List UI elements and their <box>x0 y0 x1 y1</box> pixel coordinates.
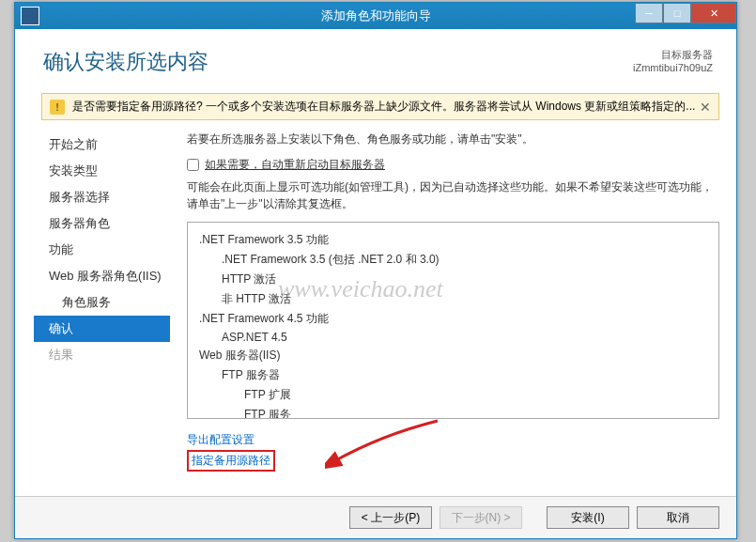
warning-text: 是否需要指定备用源路径? 一个或多个安装选项在目标服务器上缺少源文件。服务器将尝… <box>72 99 695 115</box>
maximize-button[interactable]: □ <box>663 3 691 23</box>
sidebar-item[interactable]: 开始之前 <box>41 132 170 158</box>
sidebar-item[interactable]: 服务器选择 <box>41 184 170 210</box>
warning-close-icon[interactable]: ✕ <box>700 100 711 115</box>
links: 导出配置设置 指定备用源路径 <box>187 432 719 472</box>
feature-item: .NET Framework 3.5 功能 <box>199 230 707 250</box>
restart-checkbox[interactable] <box>187 159 199 171</box>
feature-item: .NET Framework 4.5 功能 <box>199 309 707 329</box>
intro-text: 若要在所选服务器上安装以下角色、角色服务或功能，请单击"安装"。 <box>187 132 719 147</box>
body: 开始之前安装类型服务器选择服务器角色功能Web 服务器角色(IIS)角色服务确认… <box>15 132 736 472</box>
sidebar-item[interactable]: 功能 <box>41 237 170 263</box>
window-title: 添加角色和功能向导 <box>321 8 431 24</box>
window-controls: ─ □ ✕ <box>635 3 736 23</box>
restart-checkbox-row: 如果需要，自动重新启动目标服务器 <box>187 157 719 173</box>
sidebar-item[interactable]: Web 服务器角色(IIS) <box>41 263 170 289</box>
previous-button[interactable]: < 上一步(P) <box>349 506 432 529</box>
wizard-window: 添加角色和功能向导 ─ □ ✕ 确认安装所选内容 目标服务器 iZmmtibui… <box>14 2 737 539</box>
app-icon <box>21 7 39 25</box>
sidebar-item: 结果 <box>41 342 170 368</box>
close-button[interactable]: ✕ <box>691 3 736 23</box>
cancel-button[interactable]: 取消 <box>637 506 719 529</box>
install-button[interactable]: 安装(I) <box>547 506 629 529</box>
sidebar-item[interactable]: 角色服务 <box>41 289 170 316</box>
feature-item: 非 HTTP 激活 <box>199 289 707 309</box>
content: 若要在所选服务器上安装以下角色、角色服务或功能，请单击"安装"。 如果需要，自动… <box>170 132 719 472</box>
sidebar-item[interactable]: 安装类型 <box>41 158 170 184</box>
note-text: 可能会在此页面上显示可选功能(如管理工具)，因为已自动选择这些功能。如果不希望安… <box>187 178 719 212</box>
restart-checkbox-label: 如果需要，自动重新启动目标服务器 <box>205 157 385 173</box>
sidebar-item[interactable]: 服务器角色 <box>41 210 170 237</box>
minimize-button[interactable]: ─ <box>635 3 663 23</box>
titlebar: 添加角色和功能向导 ─ □ ✕ <box>15 3 736 29</box>
sidebar-item[interactable]: 确认 <box>34 316 170 342</box>
page-title: 确认安装所选内容 <box>43 48 208 76</box>
feature-item: .NET Framework 3.5 (包括 .NET 2.0 和 3.0) <box>199 250 707 270</box>
header: 确认安装所选内容 目标服务器 iZmmtibui7h09uZ <box>15 29 736 85</box>
target-info: 目标服务器 iZmmtibui7h09uZ <box>633 48 713 73</box>
footer: < 上一步(P) 下一步(N) > 安装(I) 取消 <box>15 496 736 538</box>
export-config-link[interactable]: 导出配置设置 <box>187 432 719 448</box>
feature-list[interactable]: .NET Framework 3.5 功能.NET Framework 3.5 … <box>187 222 719 419</box>
sidebar: 开始之前安装类型服务器选择服务器角色功能Web 服务器角色(IIS)角色服务确认… <box>15 132 170 472</box>
target-name: iZmmtibui7h09uZ <box>633 62 713 73</box>
warning-icon: ! <box>50 100 65 115</box>
feature-item: FTP 服务 <box>199 405 707 419</box>
specify-source-link[interactable]: 指定备用源路径 <box>187 450 275 472</box>
feature-item: ASP.NET 4.5 <box>199 329 707 346</box>
feature-item: Web 服务器(IIS) <box>199 346 707 365</box>
target-label: 目标服务器 <box>633 48 713 62</box>
next-button[interactable]: 下一步(N) > <box>440 506 522 529</box>
warning-bar: ! 是否需要指定备用源路径? 一个或多个安装选项在目标服务器上缺少源文件。服务器… <box>41 93 719 120</box>
feature-item: FTP 服务器 <box>199 365 707 385</box>
feature-item: HTTP 激活 <box>199 270 707 289</box>
feature-item: FTP 扩展 <box>199 385 707 405</box>
